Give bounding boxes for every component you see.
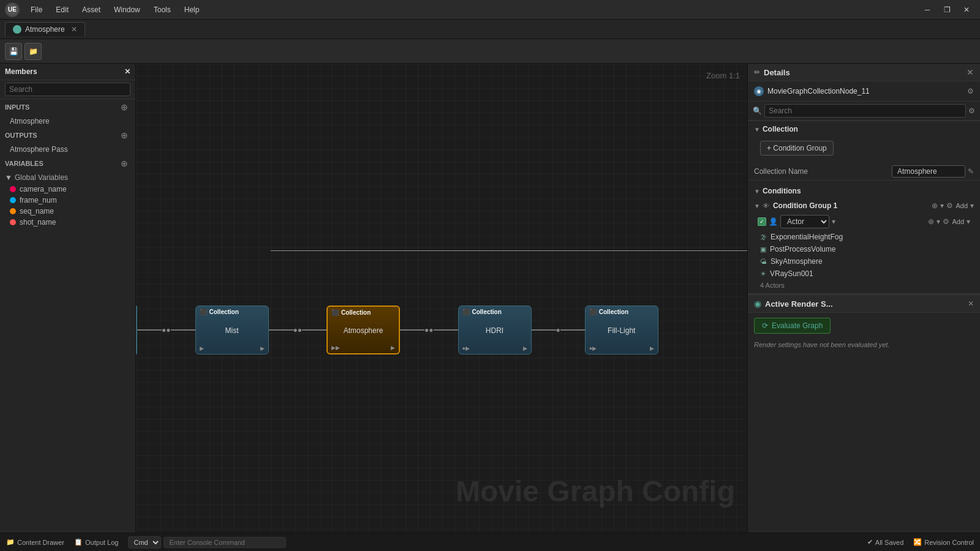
- menu-window[interactable]: Window: [108, 3, 146, 17]
- collection-name-edit-icon[interactable]: ✎: [968, 167, 974, 176]
- main-layout: Members ✕ INPUTS ⊕ Atmosphere OUTPUTS ⊕ …: [0, 64, 980, 533]
- canvas-area[interactable]: Zoom 1:1 Movie Graph Config ⬛ Collection…: [136, 64, 747, 533]
- list-item-postprocess[interactable]: ▣ PostProcessVolume: [748, 243, 980, 255]
- content-drawer-label: Content Drawer: [17, 539, 64, 546]
- conditions-label: Conditions: [763, 187, 801, 195]
- list-item-expheightfog[interactable]: 🌫 ExponentialHeightFog: [748, 231, 980, 243]
- conditions-section-row[interactable]: ▼ Conditions: [748, 183, 980, 199]
- tabbar: Atmosphere ✕: [0, 20, 980, 39]
- outputs-add-button[interactable]: ⊕: [118, 130, 130, 140]
- inputs-add-button[interactable]: ⊕: [118, 102, 130, 112]
- expfog-label: ExponentialHeightFog: [771, 233, 843, 241]
- output-atmosphere-pass[interactable]: Atmosphere Pass: [0, 143, 135, 156]
- actor-dropdown-expand-icon[interactable]: ▾: [832, 217, 835, 226]
- inputs-section-header[interactable]: INPUTS ⊕: [0, 99, 135, 115]
- console-input[interactable]: [164, 537, 286, 548]
- hdri-subtitle: HDRI: [486, 326, 503, 335]
- hdri-out-port: ▶: [523, 345, 527, 351]
- menu-edit[interactable]: Edit: [50, 3, 75, 17]
- render-close-icon[interactable]: ✕: [968, 299, 974, 308]
- cg-visibility-icon[interactable]: 👁: [763, 202, 769, 209]
- var-seq-name[interactable]: seq_name: [0, 206, 135, 217]
- menu-asset[interactable]: Asset: [76, 3, 107, 17]
- minimize-button[interactable]: ─: [919, 4, 936, 16]
- list-item-skyatmosphere[interactable]: 🌤 SkyAtmosphere: [748, 255, 980, 268]
- fill-body: Fill-Light: [586, 318, 658, 343]
- var-camera-name[interactable]: camera_name: [0, 184, 135, 195]
- list-item-vraysun[interactable]: ☀ VRaySun001: [748, 268, 980, 280]
- tab-close-icon[interactable]: ✕: [71, 25, 77, 34]
- details-gear-icon[interactable]: ⚙: [968, 107, 975, 115]
- panel-close-icon[interactable]: ✕: [124, 67, 130, 76]
- outputs-label: OUTPUTS: [5, 132, 37, 139]
- node-hdri[interactable]: ⬛ Collection HDRI ●▶ ▶: [458, 305, 532, 354]
- hdri-in-port: ●▶: [462, 345, 470, 351]
- variables-label: VARIABLES: [5, 160, 43, 167]
- collection-section: ▼ Collection + Condition Group Collectio…: [748, 121, 980, 181]
- actor-chevron-icon[interactable]: ▾: [937, 217, 940, 226]
- node-settings-icon[interactable]: ⚙: [967, 87, 974, 96]
- vraysun-label: VRaySun001: [770, 269, 813, 278]
- var-dot-camera: [10, 186, 16, 192]
- add-condition-group-button[interactable]: + Condition Group: [760, 141, 834, 156]
- cg-chevron-down-icon[interactable]: ▾: [940, 201, 944, 210]
- save-alt-button[interactable]: 📁: [24, 43, 42, 60]
- collection-label: Collection: [763, 125, 798, 133]
- actor-add-arrow-icon[interactable]: ▾: [967, 217, 970, 226]
- outputs-section-header[interactable]: OUTPUTS ⊕: [0, 127, 135, 143]
- var-shot-name[interactable]: shot_name: [0, 217, 135, 228]
- revision-icon: 🔀: [913, 538, 922, 546]
- cg-add-label[interactable]: Add: [956, 202, 968, 209]
- variables-section-header[interactable]: VARIABLES ⊕: [0, 156, 135, 171]
- restore-button[interactable]: ❐: [938, 4, 956, 16]
- hdri-ports: ●▶ ▶: [459, 343, 531, 354]
- node-mist[interactable]: ⬛ Collection Mist ▶ ▶: [195, 305, 269, 354]
- input-atmosphere[interactable]: Atmosphere: [0, 115, 135, 127]
- menu-file[interactable]: File: [24, 3, 48, 17]
- cg-add-icon[interactable]: ⊕: [932, 201, 938, 210]
- details-close-icon[interactable]: ✕: [967, 67, 974, 77]
- mist-header: ⬛ Collection: [196, 306, 268, 318]
- search-input[interactable]: [5, 83, 130, 96]
- content-drawer-button[interactable]: 📁 Content Drawer: [6, 538, 64, 546]
- cg-gear-icon[interactable]: ⚙: [946, 201, 953, 210]
- close-button[interactable]: ✕: [958, 4, 975, 16]
- actors-count: 4 Actors: [748, 280, 980, 291]
- variables-add-button[interactable]: ⊕: [118, 159, 130, 168]
- node-filllight[interactable]: ⬛ Collection Fill-Light ●▶ ▶: [585, 305, 658, 354]
- output-log-button[interactable]: 📋 Output Log: [74, 538, 118, 546]
- collection-section-row[interactable]: ▼ Collection: [748, 121, 980, 137]
- actor-type-dropdown[interactable]: Actor: [780, 215, 829, 228]
- menu-help[interactable]: Help: [178, 3, 206, 17]
- atm-out-port: ▶: [391, 345, 395, 351]
- details-search-input[interactable]: [764, 104, 966, 118]
- cg-add-arrow-icon[interactable]: ▾: [970, 201, 974, 210]
- actor-add-icon[interactable]: ⊕: [928, 217, 934, 226]
- actor-checkbox[interactable]: ✓: [758, 217, 766, 226]
- details-section: ✏ Details ✕ ◉ MovieGraphCollectionNode_1…: [748, 64, 980, 121]
- render-circle-icon: ◉: [754, 299, 761, 309]
- vraysun-icon: ☀: [760, 270, 766, 278]
- tab-atmosphere[interactable]: Atmosphere ✕: [5, 22, 85, 36]
- fill-subtitle: Fill-Light: [608, 326, 635, 335]
- output-log-icon: 📋: [74, 538, 83, 546]
- fill-icon: ⬛: [589, 309, 597, 315]
- cmd-dropdown[interactable]: Cmd: [128, 536, 161, 549]
- actor-gear2-icon[interactable]: ⚙: [943, 217, 949, 226]
- node-atmosphere[interactable]: ⬛ Collection Atmosphere ▶▶ ▶: [326, 305, 400, 354]
- save-button[interactable]: 💾: [5, 43, 22, 60]
- evaluate-graph-button[interactable]: ⟳ Evaluate Graph: [754, 318, 831, 334]
- postprocess-icon: ▣: [760, 246, 766, 253]
- cg-expand-icon[interactable]: ▼: [754, 203, 760, 209]
- menu-tools[interactable]: Tools: [148, 3, 177, 17]
- left-panel: Members ✕ INPUTS ⊕ Atmosphere OUTPUTS ⊕ …: [0, 64, 136, 533]
- actor-add-label[interactable]: Add: [952, 218, 964, 225]
- mist-out-port: ▶: [260, 345, 265, 351]
- saved-check-icon: ✔: [867, 538, 873, 546]
- content-drawer-icon: 📁: [6, 538, 15, 546]
- global-variables-header[interactable]: ▼ Global Variables: [0, 171, 135, 184]
- tab-label: Atmosphere: [25, 25, 65, 34]
- var-frame-num[interactable]: frame_num: [0, 195, 135, 206]
- revision-control-button[interactable]: 🔀 Revision Control: [913, 538, 974, 546]
- collection-name-label: Collection Name: [754, 167, 808, 176]
